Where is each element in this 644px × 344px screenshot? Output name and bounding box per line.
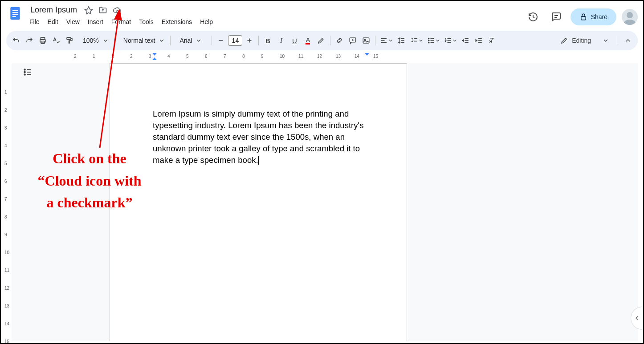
share-button[interactable]: Share bbox=[571, 8, 616, 25]
font-size-input[interactable] bbox=[228, 35, 242, 46]
clear-formatting-button[interactable] bbox=[486, 34, 498, 47]
document-page[interactable]: Lorem Ipsum is simply dummy text of the … bbox=[110, 63, 407, 341]
svg-rect-0 bbox=[10, 7, 20, 20]
editing-mode-label: Editing bbox=[572, 37, 591, 44]
svg-point-6 bbox=[627, 12, 633, 18]
editor-canvas: Lorem Ipsum is simply dummy text of the … bbox=[12, 63, 638, 341]
menu-tools[interactable]: Tools bbox=[135, 16, 157, 27]
menu-format[interactable]: Format bbox=[108, 16, 135, 27]
font-size-decrease[interactable] bbox=[215, 34, 227, 47]
zoom-value: 100% bbox=[80, 37, 102, 44]
svg-point-16 bbox=[428, 42, 429, 43]
editing-mode-dropdown[interactable]: Editing bbox=[554, 34, 614, 47]
svg-rect-3 bbox=[12, 14, 18, 15]
text-color-button[interactable]: A bbox=[302, 34, 314, 47]
menu-edit[interactable]: Edit bbox=[44, 16, 62, 27]
bold-button[interactable]: B bbox=[261, 34, 274, 47]
insert-image-button[interactable] bbox=[360, 34, 372, 47]
paint-format-button[interactable] bbox=[63, 34, 76, 47]
spellcheck-button[interactable] bbox=[50, 34, 62, 47]
paragraph-style-value: Normal text bbox=[121, 37, 158, 44]
numbered-list-button[interactable] bbox=[442, 34, 458, 47]
text-cursor bbox=[258, 156, 259, 165]
svg-rect-2 bbox=[12, 12, 18, 13]
document-title[interactable]: Lorem Ipsum bbox=[28, 4, 80, 16]
docs-logo[interactable] bbox=[6, 4, 24, 22]
redo-button[interactable] bbox=[23, 34, 36, 47]
align-button[interactable] bbox=[378, 34, 394, 47]
underline-button[interactable]: U bbox=[288, 34, 301, 47]
highlight-button[interactable] bbox=[315, 34, 327, 47]
font-size-increase[interactable] bbox=[243, 34, 256, 47]
insert-comment-button[interactable] bbox=[346, 34, 359, 47]
svg-point-18 bbox=[24, 72, 25, 73]
svg-rect-10 bbox=[67, 37, 71, 40]
toolbar: 100% Normal text Arial B I U A Editing bbox=[6, 31, 638, 50]
comments-icon[interactable] bbox=[547, 8, 565, 26]
zoom-dropdown[interactable]: 100% bbox=[77, 37, 111, 44]
svg-point-15 bbox=[428, 40, 429, 41]
move-icon[interactable] bbox=[98, 5, 108, 16]
history-icon[interactable] bbox=[524, 8, 542, 26]
svg-point-17 bbox=[24, 69, 25, 70]
svg-rect-4 bbox=[12, 16, 16, 17]
menu-extensions[interactable]: Extensions bbox=[158, 16, 196, 27]
star-icon[interactable] bbox=[83, 5, 94, 16]
insert-link-button[interactable] bbox=[333, 34, 346, 47]
svg-rect-1 bbox=[12, 10, 18, 11]
font-dropdown[interactable]: Arial bbox=[173, 37, 209, 44]
vertical-ruler[interactable]: 123456789101112131415 bbox=[4, 63, 11, 341]
paragraph-style-dropdown[interactable]: Normal text bbox=[117, 37, 168, 44]
italic-button[interactable]: I bbox=[275, 34, 287, 47]
svg-point-19 bbox=[24, 74, 25, 75]
horizontal-ruler[interactable]: 21123456789101112131415 bbox=[12, 53, 638, 60]
account-avatar[interactable] bbox=[622, 9, 638, 25]
menu-file[interactable]: File bbox=[26, 16, 43, 27]
checklist-button[interactable] bbox=[408, 34, 424, 47]
undo-button[interactable] bbox=[10, 34, 22, 47]
cloud-check-icon[interactable] bbox=[112, 5, 122, 16]
menu-view[interactable]: View bbox=[63, 16, 83, 27]
share-label: Share bbox=[591, 13, 607, 20]
font-value: Arial bbox=[177, 37, 195, 44]
increase-indent-button[interactable] bbox=[473, 34, 485, 47]
outline-toggle-button[interactable] bbox=[20, 64, 36, 80]
print-button[interactable] bbox=[37, 34, 49, 47]
menu-insert[interactable]: Insert bbox=[84, 16, 107, 27]
svg-point-14 bbox=[428, 38, 429, 39]
bulleted-list-button[interactable] bbox=[425, 34, 441, 47]
document-body[interactable]: Lorem Ipsum is simply dummy text of the … bbox=[153, 108, 364, 166]
line-spacing-button[interactable] bbox=[395, 34, 408, 47]
collapse-toolbar-button[interactable] bbox=[622, 34, 634, 47]
svg-rect-12 bbox=[363, 38, 370, 43]
decrease-indent-button[interactable] bbox=[459, 34, 472, 47]
svg-rect-5 bbox=[581, 16, 586, 20]
menu-help[interactable]: Help bbox=[196, 16, 216, 27]
